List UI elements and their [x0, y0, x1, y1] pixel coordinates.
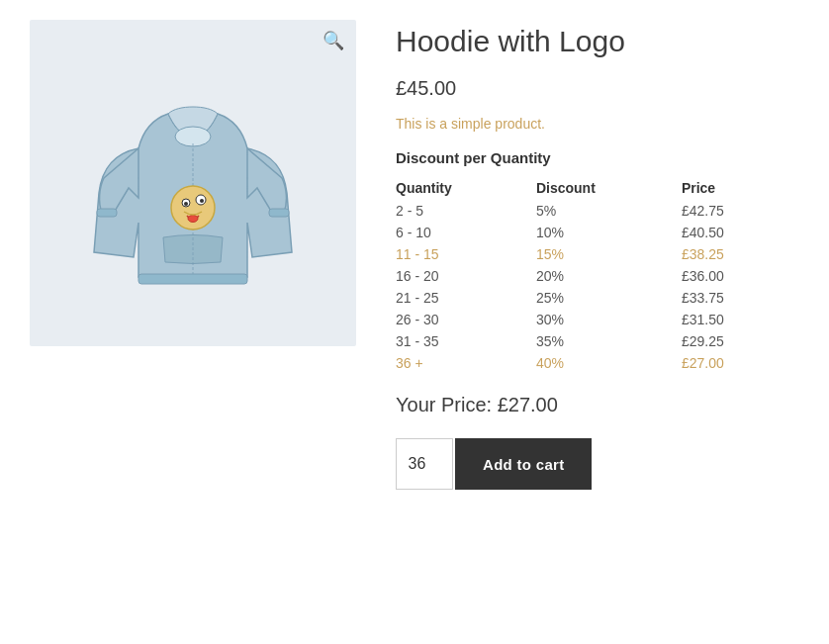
product-image	[84, 69, 302, 297]
add-to-cart-row: Add to cart	[396, 438, 799, 490]
cell-discount: 20%	[536, 265, 682, 287]
cell-quantity: 26 - 30	[396, 309, 536, 330]
table-row: 26 - 3030%£31.50	[396, 309, 799, 330]
product-price: £45.00	[396, 77, 799, 100]
table-row: 36 +40%£27.00	[396, 352, 799, 374]
col-header-price: Price	[682, 176, 799, 200]
table-row: 16 - 2020%£36.00	[396, 265, 799, 287]
cell-discount: 25%	[536, 287, 682, 309]
cell-discount: 35%	[536, 330, 682, 352]
cell-quantity: 31 - 35	[396, 330, 536, 352]
cell-discount: 10%	[536, 222, 682, 243]
cell-quantity: 2 - 5	[396, 200, 536, 222]
your-price-value: £27.00	[498, 394, 558, 415]
cell-quantity: 16 - 20	[396, 265, 536, 287]
svg-rect-3	[138, 274, 247, 284]
svg-rect-1	[97, 209, 117, 217]
table-row: 6 - 1010%£40.50	[396, 222, 799, 243]
svg-point-10	[188, 216, 198, 223]
cell-quantity: 36 +	[396, 352, 536, 374]
cell-discount: 15%	[536, 243, 682, 265]
table-row: 11 - 1515%£38.25	[396, 243, 799, 265]
product-description: This is a simple product.	[396, 116, 799, 132]
cell-price: £29.25	[682, 330, 799, 352]
svg-point-8	[184, 202, 188, 206]
zoom-icon[interactable]: 🔍	[322, 30, 344, 51]
svg-rect-2	[269, 209, 289, 217]
product-details: Hoodie with Logo £45.00 This is a simple…	[396, 20, 799, 490]
quantity-input[interactable]	[396, 438, 453, 490]
cell-price: £40.50	[682, 222, 799, 243]
col-header-discount: Discount	[536, 176, 682, 200]
cell-price: £38.25	[682, 243, 799, 265]
cell-price: £36.00	[682, 265, 799, 287]
cell-quantity: 11 - 15	[396, 243, 536, 265]
product-title: Hoodie with Logo	[396, 24, 799, 59]
cell-discount: 30%	[536, 309, 682, 330]
discount-table: Quantity Discount Price 2 - 55%£42.756 -…	[396, 176, 799, 374]
cell-quantity: 6 - 10	[396, 222, 536, 243]
cell-quantity: 21 - 25	[396, 287, 536, 309]
col-header-quantity: Quantity	[396, 176, 536, 200]
table-row: 31 - 3535%£29.25	[396, 330, 799, 352]
svg-point-5	[171, 186, 215, 230]
product-image-container: 🔍	[30, 20, 356, 346]
table-row: 2 - 55%£42.75	[396, 200, 799, 222]
cell-price: £33.75	[682, 287, 799, 309]
table-row: 21 - 2525%£33.75	[396, 287, 799, 309]
discount-section-title: Discount per Quantity	[396, 149, 799, 166]
cell-discount: 5%	[536, 200, 682, 222]
cell-price: £27.00	[682, 352, 799, 374]
your-price-label: Your Price:	[396, 394, 492, 415]
cell-price: £42.75	[682, 200, 799, 222]
add-to-cart-button[interactable]: Add to cart	[455, 438, 592, 490]
your-price: Your Price: £27.00	[396, 394, 799, 416]
svg-point-9	[200, 199, 204, 203]
product-page: 🔍	[0, 0, 829, 644]
cell-discount: 40%	[536, 352, 682, 374]
cell-price: £31.50	[682, 309, 799, 330]
